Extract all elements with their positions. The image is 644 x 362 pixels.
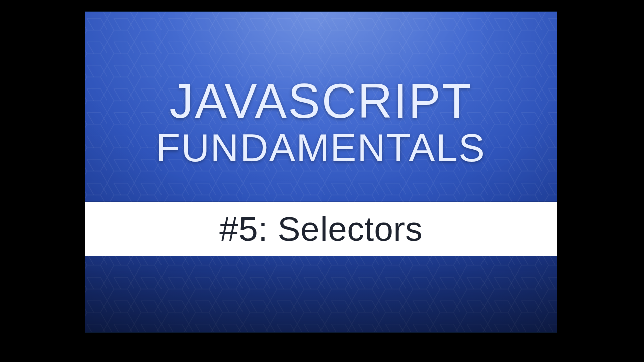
title-card: JAVASCRIPT FUNDAMENTALS #5: Selectors (85, 11, 557, 333)
svg-rect-2 (85, 12, 557, 333)
svg-rect-4 (85, 12, 557, 333)
title-block: JAVASCRIPT FUNDAMENTALS (85, 76, 557, 170)
svg-rect-3 (85, 12, 557, 333)
subtitle-bar: #5: Selectors (85, 202, 557, 256)
hex-pattern-overlay (85, 12, 557, 333)
title-line-1: JAVASCRIPT (85, 76, 557, 127)
stage: JAVASCRIPT FUNDAMENTALS #5: Selectors (0, 0, 644, 362)
title-line-2: FUNDAMENTALS (85, 127, 557, 170)
subtitle-text: #5: Selectors (219, 209, 422, 248)
